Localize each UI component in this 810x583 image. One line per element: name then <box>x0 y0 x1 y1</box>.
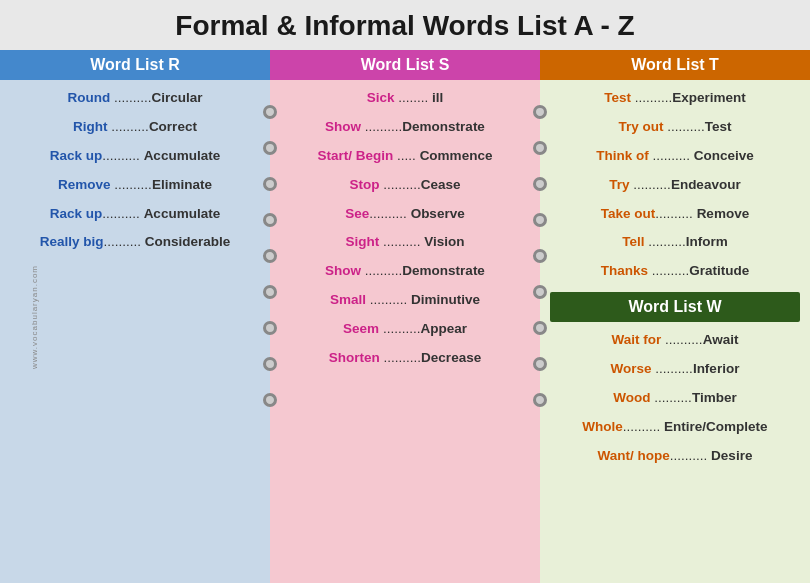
column-t: Word List T Test ..........Experiment Tr… <box>540 50 810 583</box>
word-formal: Considerable <box>145 234 231 249</box>
word-dots: .......... <box>630 177 671 192</box>
word-dots: .......... <box>670 448 708 463</box>
word-dots: .......... <box>108 119 149 134</box>
spiral-ring <box>263 249 277 263</box>
word-formal: Entire/Complete <box>664 419 768 434</box>
word-informal: Start/ Begin <box>318 148 394 163</box>
col-w-header: Word List W <box>550 292 800 322</box>
list-item: Whole.......... Entire/Complete <box>540 413 810 442</box>
word-formal: Eliminate <box>152 177 212 192</box>
word-formal: Endeavour <box>671 177 741 192</box>
word-formal: Test <box>705 119 732 134</box>
word-formal: Gratitude <box>689 263 749 278</box>
word-dots: .......... <box>379 321 420 336</box>
spiral-ring <box>263 105 277 119</box>
spiral-ring <box>533 321 547 335</box>
list-item: Worse ..........Inferior <box>540 355 810 384</box>
word-dots: .......... <box>623 419 664 434</box>
word-formal: Remove <box>697 206 750 221</box>
word-formal: Accumulate <box>144 206 221 221</box>
list-item: Show ..........Demonstrate <box>270 257 540 286</box>
list-item: Shorten ..........Decrease <box>270 344 540 373</box>
list-item: Rack up.......... Accumulate <box>0 200 270 229</box>
list-item: Want/ hope.......... Desire <box>540 442 810 471</box>
word-dots: .......... <box>645 234 686 249</box>
word-dots: .......... <box>366 292 411 307</box>
word-informal: Seem <box>343 321 379 336</box>
spiral-ring <box>263 177 277 191</box>
word-formal: Demonstrate <box>402 119 485 134</box>
word-formal: Demonstrate <box>402 263 485 278</box>
spiral-binding <box>262 90 278 583</box>
col-r-header: Word List R <box>0 50 270 80</box>
list-item: Thanks ..........Gratitude <box>540 257 810 286</box>
word-informal: Want/ hope <box>598 448 670 463</box>
list-item: Seem ..........Appear <box>270 315 540 344</box>
word-informal: Stop <box>349 177 379 192</box>
spiral-ring <box>533 393 547 407</box>
word-dots: .......... <box>379 177 420 192</box>
list-item: Sick ........ ill <box>270 84 540 113</box>
column-s: Word List S Sick ........ ill Show .....… <box>270 50 540 583</box>
word-formal: Vision <box>424 234 464 249</box>
list-item: Try out ..........Test <box>540 113 810 142</box>
word-informal: Try out <box>618 119 663 134</box>
word-dots: .......... <box>361 263 402 278</box>
word-formal: Appear <box>420 321 467 336</box>
word-dots: ..... <box>393 148 419 163</box>
word-formal: Conceive <box>694 148 754 163</box>
word-informal: See <box>345 206 369 221</box>
list-item: Wood ..........Timber <box>540 384 810 413</box>
word-formal: Commence <box>420 148 493 163</box>
list-item: Right ..........Correct <box>0 113 270 142</box>
word-dots: .......... <box>648 263 689 278</box>
word-formal: ill <box>432 90 443 105</box>
word-dots: .......... <box>111 177 152 192</box>
word-dots: .......... <box>361 119 402 134</box>
word-dots: .......... <box>649 148 694 163</box>
spiral-ring <box>533 285 547 299</box>
spiral-ring <box>533 141 547 155</box>
word-informal: Think of <box>596 148 649 163</box>
word-formal: Correct <box>149 119 197 134</box>
column-r: www.vocabularyan.com Word List R Round .… <box>0 50 270 583</box>
word-informal: Wood <box>613 390 650 405</box>
main-title: Formal & Informal Words List A - Z <box>0 0 810 50</box>
word-formal: Diminutive <box>411 292 480 307</box>
list-item: Think of .......... Conceive <box>540 142 810 171</box>
list-item: Rack up.......... Accumulate <box>0 142 270 171</box>
list-item: Start/ Begin ..... Commence <box>270 142 540 171</box>
word-informal: Sight <box>345 234 379 249</box>
word-formal: Inferior <box>693 361 740 376</box>
word-formal: Cease <box>421 177 461 192</box>
col-s-header: Word List S <box>270 50 540 80</box>
spiral-ring <box>263 213 277 227</box>
spiral-ring <box>533 105 547 119</box>
word-dots: .......... <box>661 332 702 347</box>
word-dots: .......... <box>631 90 672 105</box>
watermark: www.vocabularyan.com <box>30 264 39 368</box>
word-informal: Thanks <box>601 263 648 278</box>
word-informal: Whole <box>582 419 623 434</box>
word-formal: Inform <box>686 234 728 249</box>
word-formal: Timber <box>692 390 737 405</box>
list-item: Test ..........Experiment <box>540 84 810 113</box>
spiral-ring <box>263 321 277 335</box>
word-informal: Test <box>604 90 631 105</box>
spiral-ring <box>533 249 547 263</box>
word-formal: Circular <box>151 90 202 105</box>
list-item: Really big.......... Considerable <box>0 228 270 257</box>
word-informal: Wait for <box>612 332 662 347</box>
word-dots: .......... <box>655 206 696 221</box>
word-informal: Worse <box>611 361 652 376</box>
word-informal: Remove <box>58 177 111 192</box>
list-item: Show ..........Demonstrate <box>270 113 540 142</box>
spiral-ring <box>263 357 277 371</box>
word-informal: Shorten <box>329 350 380 365</box>
word-informal: Show <box>325 119 361 134</box>
spiral-ring <box>533 213 547 227</box>
word-informal: Try <box>609 177 629 192</box>
list-item: Tell ..........Inform <box>540 228 810 257</box>
word-dots: .......... <box>651 390 692 405</box>
word-informal: Sick <box>367 90 395 105</box>
